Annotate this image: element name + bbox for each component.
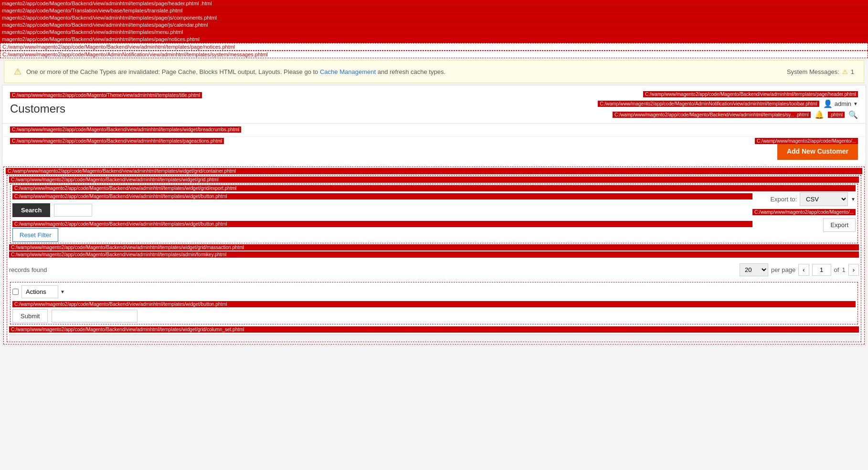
debug-bar-4: magento2/app/code/Magento/Backend/view/a… — [0, 21, 868, 29]
warning-icon: ⚠ — [14, 66, 21, 77]
filter-export-row: C:/wamp/www/magento2/app/code/Magento/Ba… — [12, 192, 856, 242]
admin-user[interactable]: 👤 admin ▼ — [823, 99, 858, 108]
table-header-row — [9, 334, 859, 341]
filter-left: C:/wamp/www/magento2/app/code/Magento/Ba… — [12, 192, 752, 242]
grid-inner: C:/wamp/www/magento2/app/code/Magento/Ba… — [7, 175, 861, 342]
export-button[interactable]: Export — [823, 218, 856, 232]
bell-icon[interactable]: 🔔 — [815, 110, 824, 119]
actions-select[interactable]: Actions — [21, 285, 58, 298]
header-top-debug: C:/wamp/www/magento2/app/code/Magento/Ba… — [643, 91, 858, 97]
actions-select-wrap: Actions ▼ — [12, 285, 65, 298]
main-wrapper: C:/wamp/www/magento2/app/code/Magento/Th… — [2, 85, 866, 346]
dropdown-arrow-icon: ▼ — [853, 101, 858, 106]
select-all-checkbox[interactable] — [12, 289, 19, 295]
sys-messages-label: System Messages: — [787, 68, 839, 75]
actions-row: Actions ▼ — [12, 283, 856, 300]
export-dropdown-icon[interactable]: ▼ — [851, 197, 856, 202]
warning-text-after: and refresh cache types. — [378, 68, 445, 75]
debug-bar-1: magento2/app/code/Magento/Backend/view/a… — [0, 0, 868, 7]
grid-debug: C:/wamp/www/magento2/app/code/Magento/Ba… — [9, 177, 859, 183]
actions-arrow-icon: ▼ — [60, 289, 65, 294]
debug-bar-6: magento2/app/code/Magento/Backend/view/a… — [0, 36, 868, 43]
magento-debug-right: C:/wamp/www/magento2/app/code/Magento/..… — [755, 138, 858, 144]
pagination-records-row: records found 20 30 50 per page ‹ of 1 › — [9, 259, 859, 281]
breadcrumb-debug: C:/wamp/www/magento2/app/code/Magento/Ba… — [10, 126, 241, 133]
formkey-debug: C:/wamp/www/magento2/app/code/Magento/Ba… — [9, 251, 859, 258]
title-section: C:/wamp/www/magento2/app/code/Magento/Th… — [10, 91, 202, 117]
search-button[interactable]: Search — [12, 203, 50, 217]
toolbar-debug: C:/wamp/www/magento2/app/code/Magento/Ad… — [598, 101, 819, 107]
records-found-text: records found — [9, 266, 47, 273]
export-to-label: Export to: — [770, 196, 797, 203]
widget-btn-debug-reset: C:/wamp/www/magento2/app/code/Magento/Ba… — [12, 221, 752, 227]
widget-btn-debug-2: C:/wamp/www/magento2/app/code/Magento/Ba… — [12, 301, 856, 307]
col-set-debug: C:/wamp/www/magento2/app/code/Magento/Ba… — [9, 326, 859, 333]
debug-bar-5: magento2/app/code/Magento/Backend/view/a… — [0, 29, 868, 36]
prev-page-button[interactable]: ‹ — [798, 264, 809, 276]
debug-bar-8: C:/wamp/www/magento2/app/code/Magento/Ad… — [0, 51, 868, 58]
system-messages: System Messages: ⚠ 1 — [787, 68, 854, 75]
header-icons-row: C:/wamp/www/magento2/app/code/Magento/Ba… — [613, 110, 858, 119]
massaction-debug: C:/wamp/www/magento2/app/code/Magento/Ba… — [9, 244, 859, 251]
submit-button[interactable]: Submit — [12, 309, 48, 323]
sys-messages-count: 1 — [851, 68, 854, 75]
total-pages: 1 — [842, 266, 845, 273]
submit-row: Submit — [12, 309, 856, 323]
warning-banner: ⚠ One or more of the Cache Types are inv… — [4, 60, 864, 83]
warning-text: One or more of the Cache Types are inval… — [26, 68, 445, 75]
page-header-area: C:/wamp/www/magento2/app/code/Magento/Th… — [2, 85, 866, 124]
of-label: of — [834, 266, 839, 273]
admin-label: admin — [835, 100, 851, 107]
title-debug-bar: C:/wamp/www/magento2/app/code/Magento/Th… — [10, 92, 202, 98]
top-debug-bars: magento2/app/code/Magento/Backend/view/a… — [0, 0, 868, 58]
filter-row: Search — [12, 200, 752, 220]
warning-icon-small: ⚠ — [842, 68, 848, 75]
page-title: Customers — [10, 100, 202, 117]
export-right: Export to: CSV Excel XML ▼ C:/wamp/www/m… — [752, 192, 856, 232]
user-icon: 👤 — [823, 99, 833, 108]
pagination-row: 20 30 50 per page ‹ of 1 › — [740, 261, 859, 279]
submit-input[interactable] — [52, 310, 138, 323]
sys-debug-bar: C:/wamp/www/magento2/app/code/Magento/Ba… — [613, 112, 811, 118]
next-page-button[interactable]: › — [848, 264, 859, 276]
grid-export-section: C:/wamp/www/magento2/app/code/Magento/Ba… — [10, 184, 858, 243]
per-page-label: per page — [771, 266, 795, 273]
search-input[interactable] — [54, 204, 92, 217]
records-found-area: records found — [9, 266, 740, 273]
grid-container: C:/wamp/www/magento2/app/code/Magento/Ba… — [3, 167, 865, 345]
export-debug-right: C:/wamp/www/magento2/app/code/Magento/..… — [752, 209, 856, 215]
current-page-input[interactable] — [812, 264, 831, 276]
cache-management-link[interactable]: Cache Management — [320, 68, 376, 75]
warning-text-before: One or more of the Cache Types are inval… — [26, 68, 318, 75]
debug-bar-7: C:/wamp/www/magento2/app/code/Magento/Ba… — [0, 43, 868, 51]
sys-phtml-tag: .phtml — [828, 112, 845, 118]
add-new-customer-button[interactable]: Add New Customer — [777, 143, 858, 160]
per-page-select[interactable]: 20 30 50 — [740, 263, 768, 276]
page-actions-area: C:/wamp/www/magento2/app/code/Magento/Ba… — [2, 137, 866, 166]
header-controls: C:/wamp/www/magento2/app/code/Magento/Ad… — [598, 99, 858, 108]
search-icon[interactable]: 🔍 — [848, 110, 858, 119]
debug-bar-2: magento2/app/code/Magento/Translation/vi… — [0, 7, 868, 14]
debug-bar-3: magento2/app/code/Magento/Backend/view/a… — [0, 14, 868, 21]
breadcrumb-area: C:/wamp/www/magento2/app/code/Magento/Ba… — [2, 124, 866, 137]
warning-left: ⚠ One or more of the Cache Types are inv… — [14, 66, 445, 77]
export-controls: Export to: CSV Excel XML ▼ — [770, 192, 856, 206]
grid-container-debug: C:/wamp/www/magento2/app/code/Magento/Ba… — [6, 168, 862, 174]
export-format-select[interactable]: CSV Excel XML — [800, 192, 848, 206]
pageactions-debug: C:/wamp/www/magento2/app/code/Magento/Ba… — [10, 138, 224, 144]
widget-btn-debug-1: C:/wamp/www/magento2/app/code/Magento/Ba… — [12, 193, 752, 199]
reset-filter-button[interactable]: Reset Filter — [12, 228, 58, 242]
grid-export-debug: C:/wamp/www/magento2/app/code/Magento/Ba… — [12, 185, 856, 191]
right-header: C:/wamp/www/magento2/app/code/Magento/Ba… — [598, 91, 858, 119]
actions-section: Actions ▼ C:/wamp/www/magento2/app/code/… — [10, 282, 858, 324]
